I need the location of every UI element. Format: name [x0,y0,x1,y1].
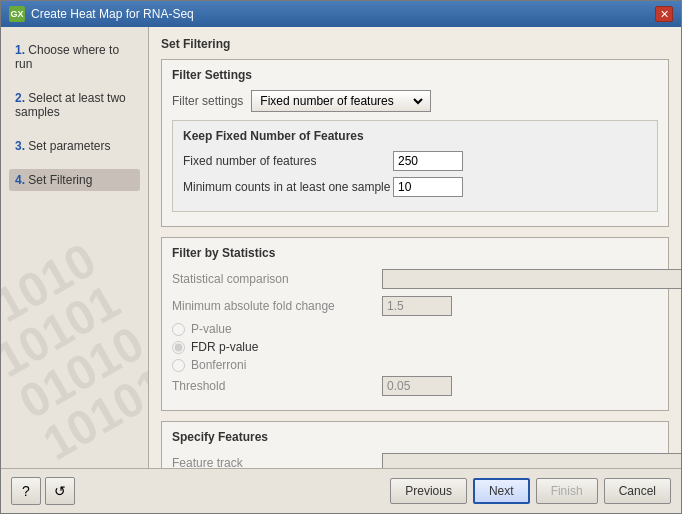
filter-settings-select-wrapper[interactable]: Fixed number of featuresBy statisticsSpe… [251,90,431,112]
step-3-label: Set parameters [28,139,110,153]
sidebar-item-set-filtering[interactable]: 4. Set Filtering [9,169,140,191]
min-fold-change-input [382,296,452,316]
fdr-row: FDR p-value [172,340,658,354]
fixed-number-label: Fixed number of features [183,154,393,168]
min-fold-change-label: Minimum absolute fold change [172,299,382,313]
cancel-button[interactable]: Cancel [604,478,671,504]
close-button[interactable]: ✕ [655,6,673,22]
title-bar-left: GX Create Heat Map for RNA-Seq [9,6,194,22]
feature-track-input-group: 🔍 [382,452,681,468]
threshold-input [382,376,452,396]
title-bar: GX Create Heat Map for RNA-Seq ✕ [1,1,681,27]
step-1-label: Choose where to run [15,43,119,71]
min-counts-row: Minimum counts in at least one sample [183,177,647,197]
app-icon: GX [9,6,25,22]
feature-track-label: Feature track [172,456,382,468]
specify-features-title: Specify Features [172,430,658,444]
filter-settings-panel: Filter Settings Filter settings Fixed nu… [161,59,669,227]
sidebar: 1. Choose where to run 2. Select at leas… [1,27,149,468]
step-4-label: Set Filtering [28,173,92,187]
keep-fixed-panel: Keep Fixed Number of Features Fixed numb… [172,120,658,212]
step-2-number: 2. [15,91,25,105]
p-value-label: P-value [191,322,232,336]
specify-features-panel: Specify Features Feature track 🔍 Keep th… [161,421,669,468]
statistical-comparison-input [382,269,681,289]
p-value-row: P-value [172,322,658,336]
p-value-radio [172,323,185,336]
fdr-radio [172,341,185,354]
bottom-right-buttons: Previous Next Finish Cancel [390,478,671,504]
step-3-number: 3. [15,139,25,153]
filter-settings-title: Filter Settings [172,68,658,82]
sidebar-item-select-samples[interactable]: 2. Select at least two samples [9,87,140,123]
restore-button[interactable]: ↺ [45,477,75,505]
step-2-label: Select at least two samples [15,91,126,119]
feature-track-input [382,453,681,468]
next-button[interactable]: Next [473,478,530,504]
fixed-number-row: Fixed number of features [183,151,647,171]
threshold-row: Threshold [172,376,658,396]
min-fold-change-row: Minimum absolute fold change [172,296,658,316]
filter-settings-row: Filter settings Fixed number of features… [172,90,658,112]
statistical-comparison-row: Statistical comparison 🔍 [172,268,658,290]
previous-button[interactable]: Previous [390,478,467,504]
bottom-bar: ? ↺ Previous Next Finish Cancel [1,468,681,513]
threshold-label: Threshold [172,379,382,393]
min-counts-input[interactable] [393,177,463,197]
bonferroni-row: Bonferroni [172,358,658,372]
finish-button[interactable]: Finish [536,478,598,504]
filter-settings-label: Filter settings [172,94,243,108]
fdr-label: FDR p-value [191,340,258,354]
step-1-number: 1. [15,43,25,57]
filter-settings-select[interactable]: Fixed number of featuresBy statisticsSpe… [256,93,426,109]
keep-fixed-title: Keep Fixed Number of Features [183,129,647,143]
statistical-comparison-label: Statistical comparison [172,272,382,286]
window-title: Create Heat Map for RNA-Seq [31,7,194,21]
section-title: Set Filtering [161,37,669,51]
watermark: 01010101010101010101 [1,230,149,468]
filter-by-stats-title: Filter by Statistics [172,246,658,260]
sidebar-item-choose-where[interactable]: 1. Choose where to run [9,39,140,75]
statistical-comparison-input-group: 🔍 [382,268,681,290]
content-area: Set Filtering Filter Settings Filter set… [149,27,681,468]
main-content: 1. Choose where to run 2. Select at leas… [1,27,681,468]
step-4-number: 4. [15,173,25,187]
bottom-left-buttons: ? ↺ [11,477,75,505]
sidebar-item-set-parameters[interactable]: 3. Set parameters [9,135,140,157]
main-window: GX Create Heat Map for RNA-Seq ✕ 1. Choo… [0,0,682,514]
min-counts-label: Minimum counts in at least one sample [183,180,393,194]
bonferroni-radio [172,359,185,372]
feature-track-row: Feature track 🔍 [172,452,658,468]
fixed-number-input[interactable] [393,151,463,171]
help-button[interactable]: ? [11,477,41,505]
filter-by-stats-panel: Filter by Statistics Statistical compari… [161,237,669,411]
bonferroni-label: Bonferroni [191,358,246,372]
